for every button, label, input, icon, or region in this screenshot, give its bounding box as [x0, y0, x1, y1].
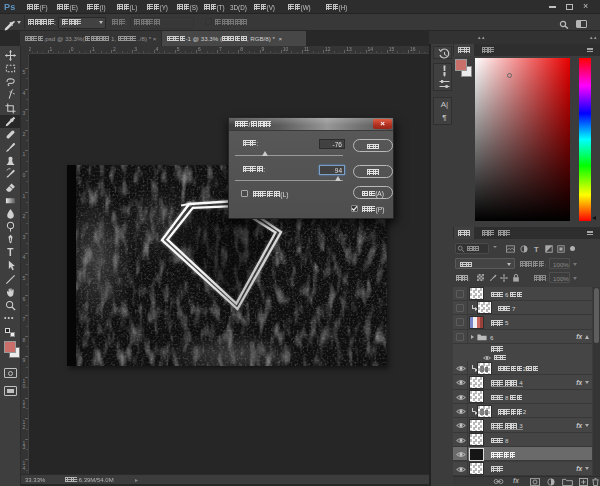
svg-text:T: T — [7, 247, 14, 258]
